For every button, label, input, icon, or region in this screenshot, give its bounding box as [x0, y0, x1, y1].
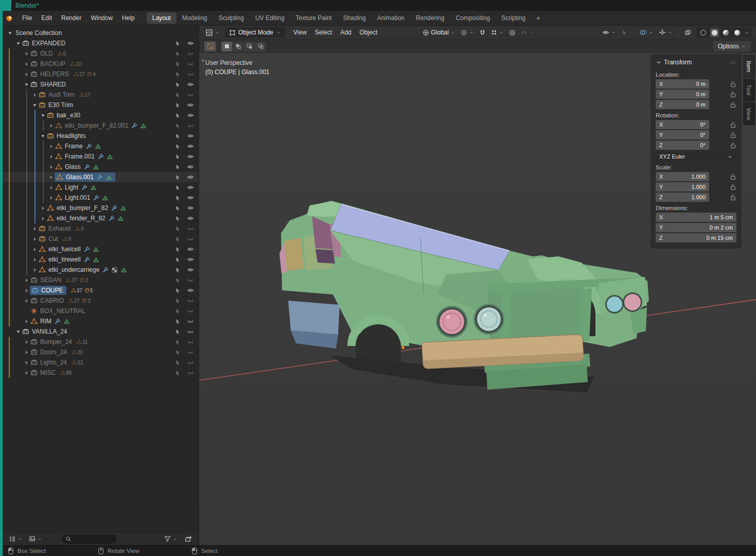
workspace-tab-texture-paint[interactable]: Texture Paint	[290, 12, 338, 24]
outliner-row-scene-collection[interactable]: Scene Collection	[3, 28, 198, 38]
menu-window[interactable]: Window	[86, 13, 117, 23]
sidebar-tab-item[interactable]: Item	[743, 55, 755, 78]
visibility-eye-closed-toggle[interactable]	[187, 338, 194, 345]
visibility-eye-closed-toggle[interactable]	[187, 71, 194, 78]
disclosure-collapsed-icon[interactable]	[48, 175, 55, 180]
transform-field-rotation-z[interactable]: Z0°	[656, 141, 709, 150]
visibility-eye-closed-toggle[interactable]	[187, 276, 194, 284]
select-mode-new[interactable]	[221, 42, 232, 51]
lock-open-icon[interactable]	[730, 121, 736, 128]
shading-solid-button[interactable]	[710, 28, 719, 37]
selectable-toggle[interactable]	[174, 81, 181, 88]
visibility-eye-open-toggle[interactable]	[187, 153, 194, 160]
visibility-eye-open-toggle[interactable]	[187, 173, 194, 181]
selectable-toggle[interactable]	[174, 164, 181, 170]
workspace-tab-compositing[interactable]: Compositing	[450, 12, 496, 24]
selectable-toggle[interactable]	[174, 225, 181, 232]
transform-field-location-z[interactable]: Z0 m	[656, 100, 709, 109]
visibility-eye-closed-toggle[interactable]	[187, 122, 194, 129]
disclosure-collapsed-icon[interactable]	[48, 185, 55, 190]
outliner-row-light[interactable]: Light	[3, 182, 198, 193]
workspace-tab-rendering[interactable]: Rendering	[410, 12, 450, 24]
select-mode-extend[interactable]	[233, 42, 243, 51]
outliner-row-etki-bumper-f-82-001[interactable]: etki_bumper_F_82.001	[3, 120, 198, 131]
disclosure-collapsed-icon[interactable]	[48, 164, 55, 170]
outliner-row-cabrio[interactable]: CABRIO273	[3, 296, 198, 306]
outliner-row-helpers[interactable]: HELPERS374	[3, 69, 198, 79]
outliner-row-expanded[interactable]: EXPANDED	[3, 38, 198, 48]
selectable-toggle[interactable]	[174, 298, 181, 304]
visibility-eye-closed-toggle[interactable]	[187, 328, 194, 335]
outliner-row-audi-trim[interactable]: Audi Trim17	[3, 90, 198, 100]
selectable-toggle[interactable]	[174, 174, 181, 181]
disclosure-collapsed-icon[interactable]	[31, 257, 38, 263]
sidebar-tab-tool[interactable]: Tool	[743, 79, 755, 101]
outliner-row-cut[interactable]: Cut9	[3, 234, 198, 244]
lock-open-icon[interactable]	[730, 173, 736, 180]
visibility-eye-closed-toggle[interactable]	[187, 60, 194, 67]
disclosure-collapsed-icon[interactable]	[23, 339, 30, 345]
outliner-row-headlights[interactable]: Headlights	[3, 131, 198, 141]
outliner-row-light-001[interactable]: Light.001	[3, 193, 198, 203]
disclosure-collapsed-icon[interactable]	[31, 247, 38, 252]
viewport-menu-select[interactable]: Select	[311, 27, 336, 38]
visibility-eye-closed-toggle[interactable]	[187, 369, 194, 376]
workspace-tab-scripting[interactable]: Scripting	[496, 12, 531, 24]
outliner-row-glass[interactable]: Glass	[3, 162, 198, 172]
disclosure-collapsed-icon[interactable]	[48, 123, 55, 129]
outliner-row-bumper-24[interactable]: Bumper_2411	[3, 337, 198, 347]
transform-field-location-x[interactable]: X0 m	[656, 79, 709, 89]
outliner-row-rim[interactable]: RIM	[3, 316, 198, 326]
lock-open-icon[interactable]	[730, 132, 736, 138]
selectable-toggle[interactable]	[174, 133, 181, 140]
transform-field-location-y[interactable]: Y0 m	[656, 90, 709, 99]
menu-file[interactable]: File	[17, 13, 37, 23]
disclosure-collapsed-icon[interactable]	[31, 92, 38, 98]
lock-open-icon[interactable]	[730, 194, 736, 201]
outliner-row-etki-tirewell[interactable]: etki_tirewell	[3, 254, 198, 265]
outliner-row-shared[interactable]: SHARED	[3, 79, 198, 90]
visibility-eye-open-toggle[interactable]	[187, 246, 194, 253]
outliner-row-backup[interactable]: BACKUP10	[3, 59, 198, 69]
transform-field-dimensions-x[interactable]: X1 m 5 cm	[656, 213, 736, 222]
selectable-toggle[interactable]	[174, 349, 181, 356]
snap-toggle[interactable]	[477, 28, 488, 37]
outliner-row-vanilla-24[interactable]: VANILLA_24	[3, 326, 198, 337]
disclosure-collapsed-icon[interactable]	[40, 205, 46, 211]
options-button[interactable]: Options	[713, 41, 751, 51]
visibility-eye-closed-toggle[interactable]	[187, 297, 194, 304]
editor-type-outliner-button[interactable]	[7, 534, 25, 544]
selectable-toggle[interactable]	[174, 40, 181, 47]
selectable-toggle[interactable]	[174, 112, 181, 119]
outliner-row-sedan[interactable]: SEDAN372	[3, 275, 198, 285]
shading-wireframe-button[interactable]	[699, 28, 708, 37]
disclosure-collapsed-icon[interactable]	[23, 72, 30, 77]
disclosure-collapsed-icon[interactable]	[31, 236, 38, 242]
selectable-toggle[interactable]	[174, 359, 181, 366]
menu-help[interactable]: Help	[117, 13, 139, 23]
proportional-edit-toggle[interactable]	[507, 28, 518, 37]
visibility-eye-open-toggle[interactable]	[187, 287, 194, 294]
visibility-eye-open-toggle[interactable]	[187, 132, 194, 140]
viewport-menu-add[interactable]: Add	[336, 27, 355, 38]
transform-field-dimensions-z[interactable]: Z0 m 15 cm	[656, 233, 736, 242]
visibility-eye-open-toggle[interactable]	[187, 101, 194, 109]
outliner-row-etki-bumper-f-82[interactable]: etki_bumper_F_82	[3, 203, 198, 213]
selectable-toggle[interactable]	[174, 236, 181, 242]
transform-field-rotation-x[interactable]: X0°	[656, 120, 709, 129]
selectable-toggle[interactable]	[174, 195, 181, 201]
select-mode-subtract[interactable]	[244, 42, 255, 51]
shading-material-button[interactable]	[722, 28, 730, 37]
disclosure-expanded-icon[interactable]	[15, 329, 22, 335]
visibility-eye-open-toggle[interactable]	[187, 256, 194, 263]
outliner-search-input[interactable]	[62, 534, 116, 544]
transform-field-scale-x[interactable]: X1.000	[656, 172, 709, 181]
viewport-menu-object[interactable]: Object	[356, 27, 382, 38]
rotation-mode-select[interactable]: XYZ Euler	[656, 152, 736, 161]
disclosure-collapsed-icon[interactable]	[23, 61, 30, 67]
selectable-toggle[interactable]	[174, 205, 181, 212]
outliner-row-bak-e30[interactable]: bak_e30	[3, 110, 198, 120]
search-text-field[interactable]	[74, 535, 108, 543]
outliner-row-old[interactable]: OLD6	[3, 48, 198, 59]
visibility-eye-open-toggle[interactable]	[187, 204, 194, 212]
